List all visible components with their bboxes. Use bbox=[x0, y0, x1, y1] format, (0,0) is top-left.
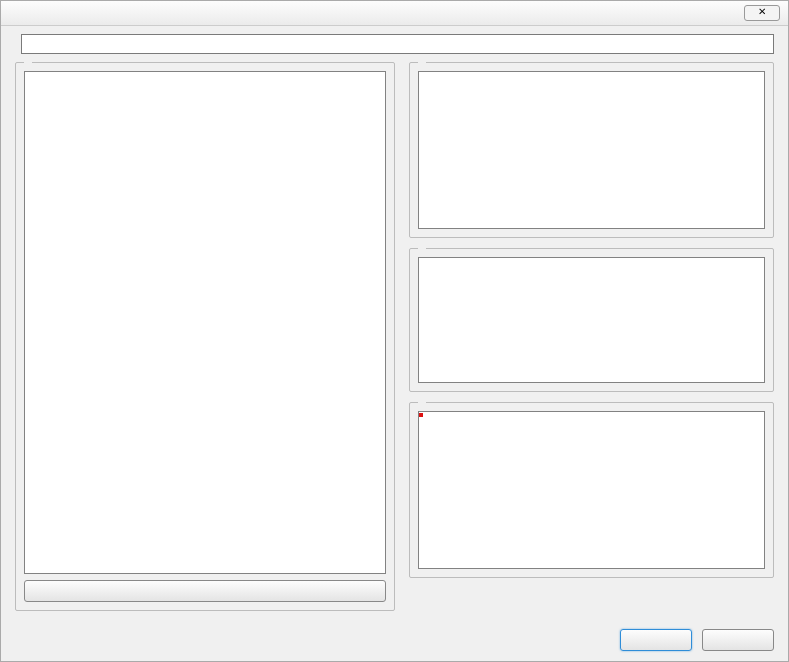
ok-button[interactable] bbox=[620, 629, 692, 651]
titlebar: ✕ bbox=[1, 1, 788, 26]
history-combo[interactable] bbox=[21, 34, 774, 54]
addr-table bbox=[33, 88, 377, 92]
dialog-content bbox=[1, 26, 788, 621]
left-column bbox=[15, 62, 395, 611]
select-device-dialog: ✕ bbox=[0, 0, 789, 662]
type-listbox[interactable] bbox=[418, 71, 765, 229]
quick-info-group bbox=[15, 62, 395, 611]
right-column bbox=[409, 62, 774, 611]
type-group bbox=[409, 62, 774, 238]
device-listbox[interactable] bbox=[418, 411, 765, 569]
history-row bbox=[15, 34, 774, 54]
highlight-annotation bbox=[419, 413, 423, 417]
subtype-listbox[interactable] bbox=[418, 257, 765, 383]
device-group bbox=[409, 402, 774, 578]
dialog-buttons bbox=[1, 621, 788, 661]
cancel-button[interactable] bbox=[702, 629, 774, 651]
subtype-group bbox=[409, 248, 774, 392]
show-connection-diagram-button[interactable] bbox=[24, 580, 386, 602]
quick-info-text[interactable] bbox=[24, 71, 386, 574]
columns bbox=[15, 62, 774, 611]
close-button[interactable]: ✕ bbox=[744, 5, 780, 21]
